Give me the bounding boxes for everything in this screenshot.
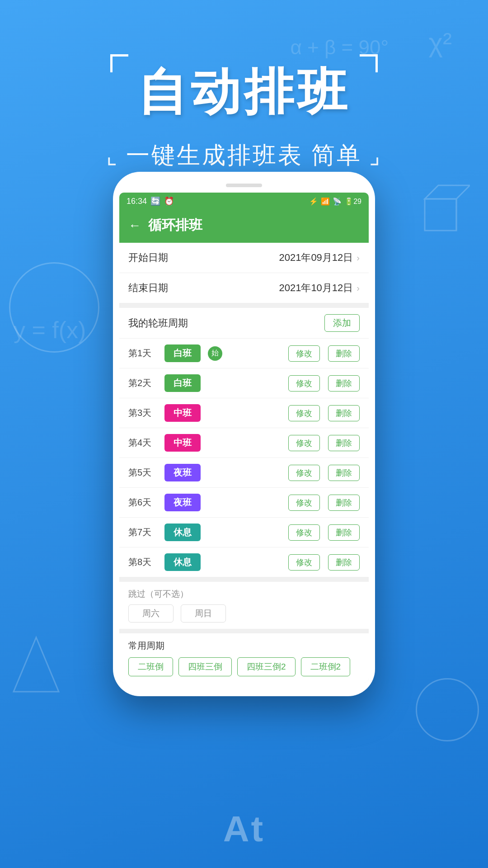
status-bluetooth-icon: ⚡ [309,197,318,206]
hero-section: 自动排班 ⌞ 一键生成排班表 简单 ⌟ [0,54,488,171]
at-text: At [223,808,265,850]
phone-mockup: 16:34 🔄 ⏰ ⚡ 📶 📡 🔋29 ← 循环排班 [113,172,375,696]
shift-row: 第5天夜班修改删除 [119,458,369,488]
app-title: 循环排班 [148,216,202,235]
edit-shift-button[interactable]: 修改 [288,495,320,511]
delete-shift-button[interactable]: 删除 [328,375,360,392]
skip-saturday-button[interactable]: 周六 [128,604,174,623]
status-bar: 16:34 🔄 ⏰ ⚡ 📶 📡 🔋29 [119,193,369,210]
common-section: 常用周期 二班倒四班三倒四班三倒2二班倒2 [119,633,369,683]
status-time: 16:34 [127,197,147,206]
status-icon-alarm: ⏰ [164,196,174,206]
status-right: ⚡ 📶 📡 🔋29 [309,197,361,206]
common-cycles-title: 常用周期 [128,640,360,652]
shift-day-label: 第1天 [128,347,160,359]
edit-shift-button[interactable]: 修改 [288,524,320,541]
shift-day-label: 第2天 [128,377,160,389]
phone-top [119,180,369,191]
bracket-tr [360,54,378,72]
skip-sunday-button[interactable]: 周日 [181,604,226,623]
common-options: 二班倒四班三倒四班三倒2二班倒2 [128,657,360,676]
shift-badge: 休息 [164,524,201,541]
shift-row: 第4天中班修改删除 [119,428,369,458]
start-date-label: 开始日期 [128,251,279,264]
bottom-area: At [0,769,488,868]
end-date-label: 结束日期 [128,281,279,295]
shift-badge: 中班 [164,434,201,452]
back-button[interactable]: ← [128,218,141,233]
start-date-row[interactable]: 开始日期 2021年09月12日 › [119,243,369,273]
delete-shift-button[interactable]: 删除 [328,495,360,511]
status-icon-sync: 🔄 [150,196,160,206]
delete-shift-button[interactable]: 删除 [328,524,360,541]
app-body: 开始日期 2021年09月12日 › 结束日期 2021年10月12日 › 我的… [119,243,369,683]
status-signal-icon: 📶 [321,197,330,206]
app-header: ← 循环排班 [119,210,369,243]
end-date-row[interactable]: 结束日期 2021年10月12日 › [119,273,369,303]
deco-cube [416,181,470,237]
shift-badge: 中班 [164,404,201,422]
deco-circle-2 [416,678,479,741]
hero-subtitle-text: 一键生成排班表 简单 [126,140,362,171]
phone-speaker [226,184,262,187]
end-date-value: 2021年10月12日 [279,281,353,295]
shift-row: 第6天夜班修改删除 [119,488,369,518]
phone-body: 16:34 🔄 ⏰ ⚡ 📶 📡 🔋29 ← 循环排班 [113,172,375,696]
shift-day-label: 第4天 [128,437,160,449]
svg-marker-0 [14,637,59,692]
shift-day-label: 第6天 [128,496,160,509]
shift-badge: 休息 [164,553,201,571]
common-cycle-button[interactable]: 四班三倒 [178,657,232,676]
math-deco-1: χ² [429,27,452,58]
delete-shift-button[interactable]: 删除 [328,345,360,362]
delete-shift-button[interactable]: 删除 [328,405,360,421]
common-cycle-button[interactable]: 二班倒 [128,657,173,676]
skip-title: 跳过（可不选） [128,588,360,600]
start-date-chevron-icon: › [357,253,360,263]
status-left: 16:34 🔄 ⏰ [127,196,174,206]
screen: 16:34 🔄 ⏰ ⚡ 📶 📡 🔋29 ← 循环排班 [119,193,369,683]
shift-list: 第1天白班始修改删除第2天白班修改删除第3天中班修改删除第4天中班修改删除第5天… [119,339,369,577]
edit-shift-button[interactable]: 修改 [288,345,320,362]
shift-day-label: 第7天 [128,526,160,538]
bracket-left: ⌞ [106,142,119,169]
shift-day-label: 第3天 [128,407,160,419]
delete-shift-button[interactable]: 删除 [328,554,360,571]
delete-shift-button[interactable]: 删除 [328,435,360,451]
shift-badge: 夜班 [164,494,201,511]
add-cycle-button[interactable]: 添加 [324,314,360,332]
bracket-right: ⌟ [369,142,382,169]
status-battery: 🔋29 [344,197,361,206]
edit-shift-button[interactable]: 修改 [288,435,320,451]
cycle-section-label: 我的轮班周期 [128,316,324,330]
shift-row: 第8天休息修改删除 [119,547,369,577]
edit-shift-button[interactable]: 修改 [288,465,320,481]
shift-badge: 白班 [164,374,201,392]
edit-shift-button[interactable]: 修改 [288,375,320,392]
svg-marker-2 [425,185,470,199]
hero-title: 自动排班 [137,59,351,126]
deco-tri [9,633,63,698]
cycle-section-header: 我的轮班周期 添加 [119,308,369,339]
status-wifi-icon: 📡 [333,197,342,206]
deco-circle-1 [9,262,99,353]
shift-day-label: 第5天 [128,467,160,479]
hero-subtitle: ⌞ 一键生成排班表 简单 ⌟ [0,140,488,171]
start-indicator: 始 [208,346,222,361]
common-cycle-button[interactable]: 二班倒2 [301,657,351,676]
edit-shift-button[interactable]: 修改 [288,405,320,421]
shift-day-label: 第8天 [128,556,160,568]
skip-options: 周六 周日 [128,604,360,629]
shift-badge: 白班 [164,344,201,362]
edit-shift-button[interactable]: 修改 [288,554,320,571]
delete-shift-button[interactable]: 删除 [328,465,360,481]
common-cycle-button[interactable]: 四班三倒2 [237,657,296,676]
shift-row: 第1天白班始修改删除 [119,339,369,368]
start-date-value: 2021年09月12日 [279,251,353,264]
end-date-chevron-icon: › [357,283,360,293]
shift-row: 第7天休息修改删除 [119,518,369,547]
shift-row: 第3天中班修改删除 [119,398,369,428]
shift-badge: 夜班 [164,464,201,481]
shift-row: 第2天白班修改删除 [119,368,369,398]
svg-rect-1 [425,199,456,231]
